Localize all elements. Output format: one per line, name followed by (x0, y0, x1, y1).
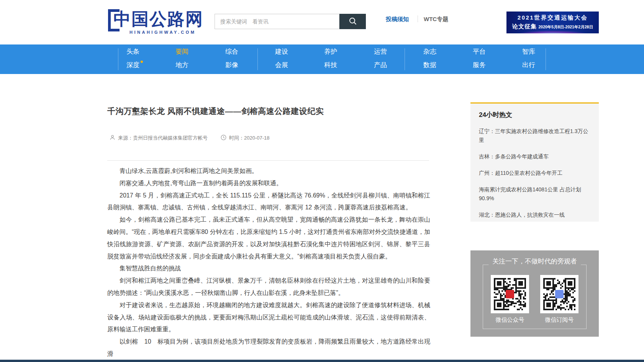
nav-col-operation: 运营 产品 (365, 44, 396, 74)
clock-icon (221, 135, 226, 142)
banner-title: 2021世界交通运输大会 (506, 14, 599, 21)
hot-article-link[interactable]: 广州：超110公里农村公路今年开工 (479, 169, 590, 178)
nav-col-magazine: 杂志 数据 (415, 44, 445, 74)
nav-col-news: 要闻 地方 (167, 44, 197, 74)
hot-articles-title: 24小时热文 (479, 110, 590, 119)
nav-item-toutiao[interactable]: 头条 (118, 46, 148, 58)
nav-item-huizhan[interactable]: 会展 (266, 59, 297, 71)
bottom-bar (0, 360, 644, 362)
qr-label-official: 微信公众号 (491, 316, 529, 324)
article-paragraph: 青山绿水,云蒸霞蔚,剑河和榕江两地之间美景如画。 (107, 165, 430, 177)
article-meta: 来源：贵州日报当代融媒体集团官方帐号 时间：2020-07-18 (107, 135, 429, 142)
article-title: 千沟万壑架长龙 风雨不惧建通途——剑榕高速公路建设纪实 (107, 106, 429, 117)
nav-item-pingtai[interactable]: 平台 (464, 46, 495, 58)
nav-divider (257, 48, 258, 70)
nav-item-difang[interactable]: 地方 (167, 59, 197, 71)
link-submission-notice[interactable]: 投稿须知 (386, 16, 409, 23)
hot-article-link[interactable]: 吉林：多条公路今年建成通车 (479, 152, 590, 161)
header: 中国公路网 HINAHIGHWAY.COM 投稿须知 WTC专题 2021世界交… (0, 0, 644, 44)
banner-call-for-papers: 论文征集 (512, 23, 537, 30)
nav-col-platform: 平台 服务 (464, 44, 495, 74)
search-button[interactable] (339, 14, 366, 29)
site-domain: HINAHIGHWAY.COM (129, 30, 196, 35)
article-paragraph: 对于建设者来说，生态越原始，环境越幽闭的地方建设难度就越大。剑榕高速的建设除了便… (107, 299, 430, 336)
search-box (215, 14, 366, 29)
article-time: 时间：2020-07-18 (221, 135, 270, 142)
nav-item-chuxing[interactable]: 出行 (513, 59, 544, 71)
nav-col-headline: 头条 深度 (118, 44, 148, 74)
new-dot-icon (141, 61, 143, 63)
article-paragraph: 剑河和榕江两地之间重峦叠嶂、江河纵横、景象万千，清朝名臣林则徐在行经这片土地，对… (107, 275, 430, 299)
nav-col-maintenance: 养护 科技 (315, 44, 346, 74)
qr-label-subscription: 微信订阅号 (540, 316, 578, 324)
nav-item-shendu[interactable]: 深度 (118, 59, 148, 71)
search-icon (349, 17, 357, 26)
link-wtc-special[interactable]: WTC专题 (424, 16, 448, 23)
hot-article-link[interactable]: 辽宁：三年实施农村公路维修改造工程1.3万公里 (479, 127, 590, 145)
wechat-follow-panel: 关注一下，不做时代的旁观者 微信公众号 微信订阅号 (470, 250, 599, 337)
nav-item-yanghu[interactable]: 养护 (315, 46, 346, 58)
nav-item-zonghe[interactable]: 综合 (216, 46, 247, 58)
article-source-text: 来源：贵州日报当代融媒体集团官方帐号 (118, 135, 208, 142)
site-logo[interactable]: 中国公路网 HINAHIGHWAY.COM (108, 8, 211, 38)
nav-item-fuwu[interactable]: 服务 (464, 59, 495, 71)
article-source: 来源：贵州日报当代融媒体集团官方帐号 (110, 135, 208, 142)
banner-subtitle: 论文征集 2020年5月8日-2021年2月28日 (506, 23, 599, 30)
nav-item-chanpin[interactable]: 产品 (365, 59, 396, 71)
nav-item-keji[interactable]: 科技 (315, 59, 346, 71)
nav-item-yingxiang[interactable]: 影像 (216, 59, 247, 71)
search-input[interactable] (215, 14, 339, 29)
hot-article-link[interactable]: 海南累计完成农村公路14081公里 占总计划90.9% (479, 185, 590, 203)
wechat-official-qr-code (491, 275, 529, 313)
nav-divider (405, 48, 405, 70)
article-divider (107, 160, 429, 161)
nav-item-zhiku[interactable]: 智库 (513, 46, 544, 58)
banner-date-range: 2020年5月8日-2021年2月28日 (539, 25, 593, 29)
article-paragraph: 以剑榕 10 标项目为例，该项目所处地质为节理裂隙发育的变质板岩，降雨频繁且雨量… (107, 336, 430, 360)
nav-divider (546, 48, 546, 70)
hot-articles-panel: 24小时热文 辽宁：三年实施农村公路维修改造工程1.3万公里 吉林：多条公路今年… (470, 102, 599, 222)
wechat-subscription-qr-code (540, 275, 578, 313)
person-icon (110, 135, 115, 142)
wtc-conference-banner[interactable]: 2021世界交通运输大会 论文征集 2020年5月8日-2021年2月28日 (506, 12, 599, 33)
site-title: 中国公路网 (113, 8, 203, 31)
article-paragraph: 如今，剑榕高速公路已基本完工，虽未正式通车，但从高空眺望，宽阔通畅的高速公路犹如… (107, 214, 430, 262)
nav-item-zazhi[interactable]: 杂志 (415, 46, 445, 58)
article-subheading: 集智慧战胜自然的挑战 (107, 262, 430, 275)
article-paragraph: 闭塞交通,人穷地贫,弯弯山路一直制约着两县的发展和联通。 (107, 177, 430, 189)
header-link-separator (418, 15, 418, 22)
nav-item-jianshe[interactable]: 建设 (266, 46, 297, 58)
article-body: 青山绿水,云蒸霞蔚,剑河和榕江两地之间美景如画。 闭塞交通,人穷地贫,弯弯山路一… (107, 165, 430, 360)
article-time-text: 时间：2020-07-18 (229, 135, 270, 142)
nav-col-general: 综合 影像 (216, 44, 247, 74)
nav-item-shuju[interactable]: 数据 (415, 59, 445, 71)
nav-col-construction: 建设 会展 (266, 44, 297, 74)
nav-item-yaowen-active[interactable]: 要闻 (167, 46, 197, 58)
nav-col-thinktank: 智库 出行 (513, 44, 544, 74)
page: 中国公路网 HINAHIGHWAY.COM 投稿须知 WTC专题 2021世界交… (0, 0, 644, 362)
nav-item-yunying[interactable]: 运营 (365, 46, 396, 58)
main-navigation: 头条 深度 要闻 地方 综合 影像 建设 会展 养护 科技 运营 产品 杂志 数… (0, 44, 644, 74)
follow-panel-title: 关注一下，不做时代的旁观者 (488, 257, 581, 266)
hot-article-link[interactable]: 湖北：恩施公路人，抗洪救灾在一线 (479, 211, 590, 219)
article-paragraph: 2017 年 5 月，剑榕高速正式动工，全长 115.115 公里，桥隧比高达 … (107, 189, 430, 214)
